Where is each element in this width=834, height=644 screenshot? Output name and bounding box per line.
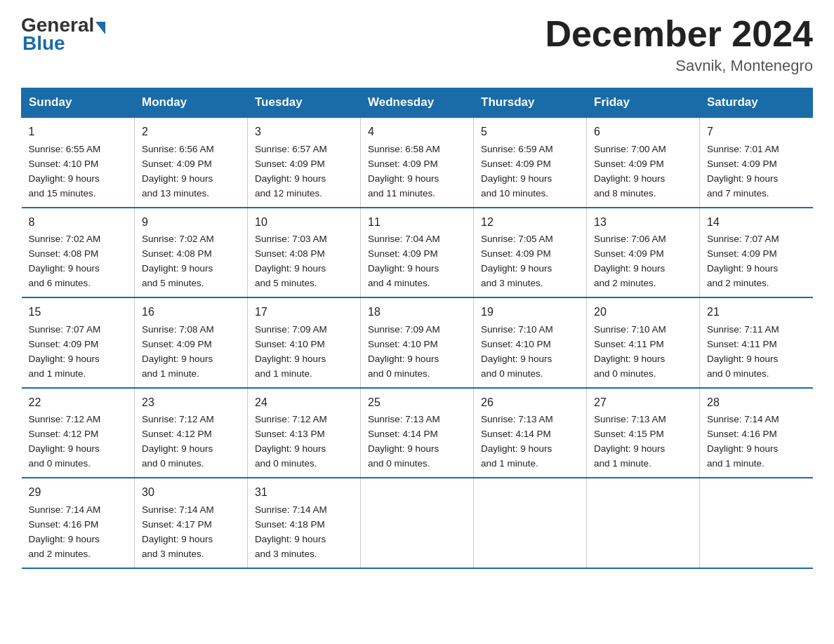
- weekday-header-sunday: Sunday: [22, 88, 135, 118]
- logo-triangle-icon: [95, 22, 105, 34]
- day-number: 31: [255, 484, 353, 502]
- day-info: Sunrise: 7:12 AM Sunset: 4:13 PM Dayligh…: [255, 412, 353, 471]
- day-number: 3: [255, 123, 353, 141]
- calendar-cell: 10Sunrise: 7:03 AM Sunset: 4:08 PM Dayli…: [248, 208, 361, 297]
- calendar-cell: [474, 478, 587, 568]
- day-info: Sunrise: 7:11 AM Sunset: 4:11 PM Dayligh…: [707, 323, 806, 382]
- day-info: Sunrise: 7:01 AM Sunset: 4:09 PM Dayligh…: [707, 142, 806, 201]
- weekday-header-wednesday: Wednesday: [361, 88, 474, 118]
- calendar-cell: 24Sunrise: 7:12 AM Sunset: 4:13 PM Dayli…: [248, 388, 361, 478]
- calendar-cell: 3Sunrise: 6:57 AM Sunset: 4:09 PM Daylig…: [248, 117, 361, 207]
- day-info: Sunrise: 7:12 AM Sunset: 4:12 PM Dayligh…: [29, 412, 128, 471]
- day-info: Sunrise: 7:02 AM Sunset: 4:08 PM Dayligh…: [142, 232, 240, 291]
- calendar-cell: 20Sunrise: 7:10 AM Sunset: 4:11 PM Dayli…: [587, 297, 700, 387]
- calendar-cell: 21Sunrise: 7:11 AM Sunset: 4:11 PM Dayli…: [700, 297, 813, 387]
- day-info: Sunrise: 7:13 AM Sunset: 4:14 PM Dayligh…: [481, 412, 579, 471]
- weekday-header-monday: Monday: [135, 88, 248, 118]
- day-number: 6: [594, 123, 692, 141]
- day-number: 17: [255, 304, 353, 321]
- day-number: 27: [594, 394, 692, 412]
- calendar-cell: 30Sunrise: 7:14 AM Sunset: 4:17 PM Dayli…: [135, 478, 248, 568]
- day-number: 23: [142, 394, 240, 412]
- calendar-cell: 19Sunrise: 7:10 AM Sunset: 4:10 PM Dayli…: [474, 297, 587, 387]
- day-info: Sunrise: 7:09 AM Sunset: 4:10 PM Dayligh…: [255, 323, 353, 382]
- calendar-cell: 4Sunrise: 6:58 AM Sunset: 4:09 PM Daylig…: [361, 117, 474, 207]
- day-number: 21: [707, 304, 806, 321]
- day-number: 24: [255, 394, 353, 412]
- day-info: Sunrise: 7:12 AM Sunset: 4:12 PM Dayligh…: [142, 412, 240, 471]
- calendar-cell: 12Sunrise: 7:05 AM Sunset: 4:09 PM Dayli…: [474, 208, 587, 297]
- day-number: 15: [29, 304, 128, 321]
- day-number: 1: [29, 123, 128, 141]
- day-number: 5: [481, 123, 579, 141]
- calendar-cell: 22Sunrise: 7:12 AM Sunset: 4:12 PM Dayli…: [22, 388, 135, 478]
- weekday-header-tuesday: Tuesday: [248, 88, 361, 118]
- weekday-header-thursday: Thursday: [474, 88, 587, 118]
- day-info: Sunrise: 7:14 AM Sunset: 4:16 PM Dayligh…: [29, 503, 128, 562]
- day-info: Sunrise: 7:14 AM Sunset: 4:16 PM Dayligh…: [707, 412, 806, 471]
- day-info: Sunrise: 6:55 AM Sunset: 4:10 PM Dayligh…: [29, 142, 128, 201]
- logo-blue-text: Blue: [22, 32, 65, 54]
- calendar-cell: 31Sunrise: 7:14 AM Sunset: 4:18 PM Dayli…: [248, 478, 361, 568]
- page-header: General Blue December 2024 Savnik, Monte…: [21, 14, 813, 75]
- weekday-header-row: SundayMondayTuesdayWednesdayThursdayFrid…: [22, 88, 813, 118]
- calendar-cell: [587, 478, 700, 568]
- calendar-cell: 29Sunrise: 7:14 AM Sunset: 4:16 PM Dayli…: [22, 478, 135, 568]
- day-number: 2: [142, 123, 240, 141]
- calendar-week-row: 1Sunrise: 6:55 AM Sunset: 4:10 PM Daylig…: [22, 117, 813, 207]
- calendar-cell: 1Sunrise: 6:55 AM Sunset: 4:10 PM Daylig…: [22, 117, 135, 207]
- calendar-week-row: 15Sunrise: 7:07 AM Sunset: 4:09 PM Dayli…: [22, 297, 813, 387]
- calendar-cell: 25Sunrise: 7:13 AM Sunset: 4:14 PM Dayli…: [361, 388, 474, 478]
- day-number: 10: [255, 214, 353, 232]
- weekday-header-friday: Friday: [587, 88, 700, 118]
- day-info: Sunrise: 7:00 AM Sunset: 4:09 PM Dayligh…: [594, 142, 692, 201]
- day-number: 19: [481, 304, 579, 321]
- day-number: 14: [707, 214, 806, 232]
- day-number: 12: [481, 214, 579, 232]
- day-number: 25: [368, 394, 466, 412]
- day-number: 7: [707, 123, 806, 141]
- calendar-week-row: 29Sunrise: 7:14 AM Sunset: 4:16 PM Dayli…: [22, 478, 813, 568]
- day-info: Sunrise: 7:14 AM Sunset: 4:17 PM Dayligh…: [142, 503, 240, 562]
- day-info: Sunrise: 7:02 AM Sunset: 4:08 PM Dayligh…: [29, 232, 128, 291]
- calendar-cell: 28Sunrise: 7:14 AM Sunset: 4:16 PM Dayli…: [700, 388, 813, 478]
- day-number: 28: [707, 394, 806, 412]
- weekday-header-saturday: Saturday: [700, 88, 813, 118]
- title-block: December 2024 Savnik, Montenegro: [545, 14, 813, 75]
- day-number: 26: [481, 394, 579, 412]
- day-info: Sunrise: 7:09 AM Sunset: 4:10 PM Dayligh…: [368, 323, 466, 382]
- day-info: Sunrise: 7:06 AM Sunset: 4:09 PM Dayligh…: [594, 232, 692, 291]
- calendar-cell: 7Sunrise: 7:01 AM Sunset: 4:09 PM Daylig…: [700, 117, 813, 207]
- calendar-cell: 9Sunrise: 7:02 AM Sunset: 4:08 PM Daylig…: [135, 208, 248, 297]
- day-info: Sunrise: 6:59 AM Sunset: 4:09 PM Dayligh…: [481, 142, 579, 201]
- day-info: Sunrise: 6:56 AM Sunset: 4:09 PM Dayligh…: [142, 142, 240, 201]
- day-info: Sunrise: 7:07 AM Sunset: 4:09 PM Dayligh…: [707, 232, 806, 291]
- calendar-cell: 14Sunrise: 7:07 AM Sunset: 4:09 PM Dayli…: [700, 208, 813, 297]
- day-number: 4: [368, 123, 466, 141]
- day-info: Sunrise: 7:14 AM Sunset: 4:18 PM Dayligh…: [255, 503, 353, 562]
- day-number: 22: [29, 394, 128, 412]
- calendar-cell: 6Sunrise: 7:00 AM Sunset: 4:09 PM Daylig…: [587, 117, 700, 207]
- day-info: Sunrise: 7:03 AM Sunset: 4:08 PM Dayligh…: [255, 232, 353, 291]
- day-info: Sunrise: 6:58 AM Sunset: 4:09 PM Dayligh…: [368, 142, 466, 201]
- day-info: Sunrise: 7:05 AM Sunset: 4:09 PM Dayligh…: [481, 232, 579, 291]
- day-number: 8: [29, 214, 128, 232]
- day-number: 16: [142, 304, 240, 321]
- calendar-week-row: 8Sunrise: 7:02 AM Sunset: 4:08 PM Daylig…: [22, 208, 813, 297]
- day-info: Sunrise: 7:08 AM Sunset: 4:09 PM Dayligh…: [142, 323, 240, 382]
- calendar-cell: 2Sunrise: 6:56 AM Sunset: 4:09 PM Daylig…: [135, 117, 248, 207]
- calendar-cell: 17Sunrise: 7:09 AM Sunset: 4:10 PM Dayli…: [248, 297, 361, 387]
- calendar-cell: 15Sunrise: 7:07 AM Sunset: 4:09 PM Dayli…: [22, 297, 135, 387]
- day-info: Sunrise: 7:13 AM Sunset: 4:14 PM Dayligh…: [368, 412, 466, 471]
- main-title: December 2024: [545, 14, 813, 54]
- day-number: 9: [142, 214, 240, 232]
- day-number: 30: [142, 484, 240, 502]
- calendar-cell: 26Sunrise: 7:13 AM Sunset: 4:14 PM Dayli…: [474, 388, 587, 478]
- day-number: 18: [368, 304, 466, 321]
- calendar-cell: 16Sunrise: 7:08 AM Sunset: 4:09 PM Dayli…: [135, 297, 248, 387]
- day-number: 13: [594, 214, 692, 232]
- calendar-cell: 23Sunrise: 7:12 AM Sunset: 4:12 PM Dayli…: [135, 388, 248, 478]
- day-info: Sunrise: 7:10 AM Sunset: 4:11 PM Dayligh…: [594, 323, 692, 382]
- day-number: 29: [29, 484, 128, 502]
- day-info: Sunrise: 6:57 AM Sunset: 4:09 PM Dayligh…: [255, 142, 353, 201]
